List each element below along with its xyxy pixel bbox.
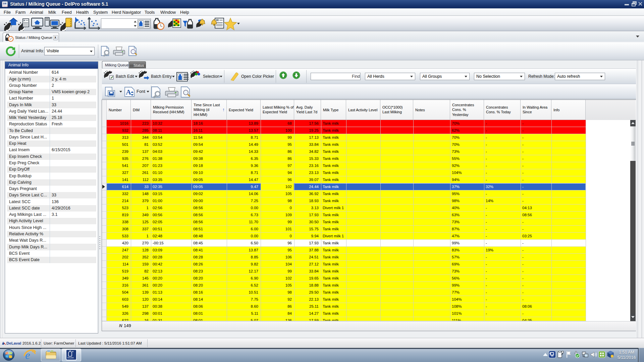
- svg-text:e: e: [25, 349, 30, 361]
- svg-text:A: A: [126, 88, 131, 96]
